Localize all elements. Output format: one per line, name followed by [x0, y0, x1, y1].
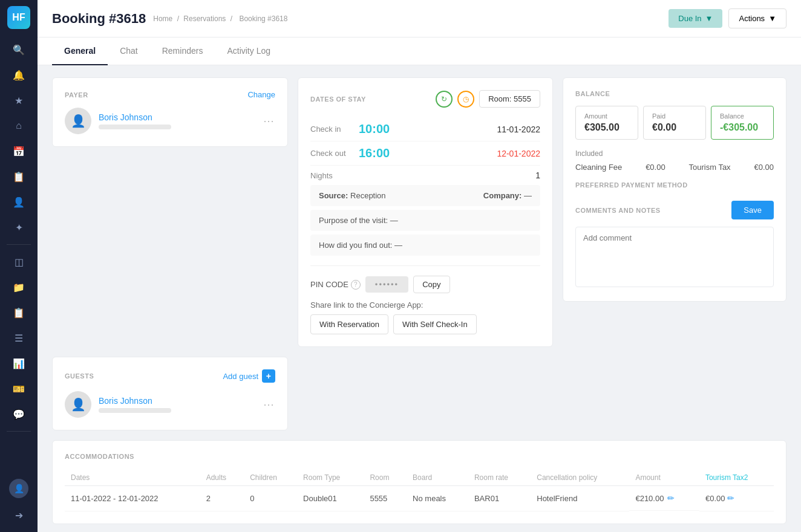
cell-dates: 11-01-2022 - 12-01-2022: [65, 486, 200, 511]
balance-section-label: BALANCE: [575, 90, 774, 97]
tab-activity-log[interactable]: Activity Log: [215, 37, 283, 65]
actions-chevron-icon: ▼: [768, 14, 776, 23]
source-row: Source: Reception Company: —: [310, 185, 540, 206]
source-val: Reception: [350, 191, 386, 200]
cell-room-rate: BAR01: [468, 486, 531, 511]
checkout-time: 16:00: [359, 146, 407, 160]
checkout-row: Check out 16:00 12-01-2022: [310, 141, 540, 166]
top-cards-row: PAYER Change 👤 Boris Johnson ⋯ DATES OF …: [52, 77, 786, 347]
checkin-date: 11-01-2022: [407, 125, 540, 134]
guest-info: Boris Johnson: [99, 396, 256, 413]
balance-grid: Amount €305.00 Paid €0.00 Balance -€305.…: [575, 106, 774, 140]
edit-amount-icon[interactable]: ✏: [667, 493, 675, 503]
cell-board: No meals: [407, 486, 468, 511]
sidebar-icon-bell[interactable]: 🔔: [8, 64, 30, 86]
tourism-tax-val: €0.00: [754, 163, 774, 172]
col-room: Room: [364, 470, 407, 486]
payer-name[interactable]: Boris Johnson: [99, 112, 256, 122]
payer-sub: [99, 125, 171, 129]
sidebar-icon-search[interactable]: 🔍: [8, 39, 30, 60]
change-payer-link[interactable]: Change: [247, 90, 275, 99]
cell-cancellation: HotelFriend: [531, 486, 629, 511]
sidebar-icon-ticket[interactable]: 🎫: [8, 378, 30, 400]
howfind-row: How did you find out: —: [310, 235, 540, 256]
save-button[interactable]: Save: [731, 201, 774, 219]
due-in-button[interactable]: Due In ▼: [669, 9, 722, 28]
col-adults: Adults: [200, 470, 244, 486]
table-row: 11-01-2022 - 12-01-2022 2 0 Double01 555…: [65, 486, 774, 511]
add-guest-link[interactable]: Add guest: [223, 372, 258, 381]
breadcrumb-home[interactable]: Home: [153, 15, 172, 23]
col-cancellation: Cancellation policy: [531, 470, 629, 486]
howfind-val: —: [394, 241, 402, 250]
accommodations-table: Dates Adults Children Room Type Room Boa…: [65, 470, 774, 511]
refresh-icon[interactable]: ↻: [436, 91, 453, 108]
share-buttons: With Reservation With Self Check-In: [310, 314, 540, 334]
history-icon[interactable]: ◷: [457, 91, 474, 108]
due-in-label: Due In: [678, 14, 701, 23]
share-label: Share link to the Concierge App:: [310, 300, 540, 310]
col-room-type: Room Type: [297, 470, 364, 486]
sidebar-icon-person[interactable]: 👤: [8, 191, 30, 213]
sidebar-icon-calendar[interactable]: 📅: [8, 140, 30, 162]
col-board: Board: [407, 470, 468, 486]
comments-header: COMMENTS AND NOTES Save: [575, 201, 774, 219]
sidebar-user-avatar[interactable]: 👤: [9, 479, 28, 498]
payer-menu-dots[interactable]: ⋯: [263, 114, 275, 128]
sidebar-icon-clipboard[interactable]: 📋: [8, 166, 30, 187]
page-title: Booking #3618: [52, 11, 146, 27]
payer-card: PAYER Change 👤 Boris Johnson ⋯: [52, 77, 288, 147]
guest-sub: [99, 408, 171, 413]
topbar: Booking #3618 Home / Reservations / Book…: [38, 0, 801, 37]
col-children: Children: [244, 470, 297, 486]
app-logo[interactable]: HF: [7, 6, 30, 29]
guest-name[interactable]: Boris Johnson: [99, 396, 256, 406]
pincode-label: PIN CODE ?: [310, 280, 361, 290]
checkin-row: Check in 10:00 11-01-2022: [310, 117, 540, 141]
sidebar-icon-list[interactable]: ☰: [8, 327, 30, 349]
col-amount: Amount: [629, 470, 699, 486]
sidebar-icon-grid[interactable]: ◫: [8, 251, 30, 273]
sidebar-icon-message[interactable]: 💬: [8, 403, 30, 425]
main-content: Booking #3618 Home / Reservations / Book…: [38, 0, 801, 532]
accommodations-card: ACCOMMODATIONS Dates Adults Children Roo…: [52, 440, 786, 524]
sidebar-icon-id[interactable]: 📋: [8, 302, 30, 323]
with-reservation-button[interactable]: With Reservation: [310, 314, 388, 334]
actions-button[interactable]: Actions ▼: [728, 8, 786, 28]
due-in-chevron-icon: ▼: [705, 14, 713, 23]
tab-reminders[interactable]: Reminders: [150, 37, 215, 65]
guest-menu-dots[interactable]: ⋯: [263, 398, 275, 411]
paid-val: €0.00: [652, 122, 697, 133]
sidebar-icon-tag[interactable]: ✦: [8, 216, 30, 238]
sidebar-icon-logout[interactable]: ➔: [8, 504, 30, 526]
tab-general[interactable]: General: [52, 37, 108, 65]
comments-section: COMMENTS AND NOTES Save: [575, 201, 774, 289]
sidebar-divider-2: [7, 431, 31, 432]
checkin-time: 10:00: [359, 122, 407, 136]
copy-pin-button[interactable]: Copy: [413, 276, 450, 293]
sidebar-icon-star[interactable]: ★: [8, 89, 30, 111]
company-val: —: [524, 191, 532, 200]
accommodations-title: ACCOMMODATIONS: [65, 453, 774, 460]
with-selfcheckin-button[interactable]: With Self Check-In: [393, 314, 477, 334]
col-tourism-tax2: Tourism Tax2: [699, 470, 774, 486]
cell-children: 0: [244, 486, 297, 511]
comment-textarea[interactable]: [575, 227, 774, 287]
edit-tax-icon[interactable]: ✏: [727, 493, 734, 503]
sidebar: HF 🔍 🔔 ★ ⌂ 📅 📋 👤 ✦ ◫ 📁 📋 ☰ 📊 🎫 💬 👤 ➔: [0, 0, 38, 532]
pin-help-icon[interactable]: ?: [351, 280, 361, 290]
tabs-bar: General Chat Reminders Activity Log: [38, 37, 801, 65]
stay-section-label: DATES OF STAY: [310, 96, 431, 103]
sidebar-icon-chart[interactable]: 📊: [8, 352, 30, 374]
breadcrumb-reservations[interactable]: Reservations: [183, 15, 226, 23]
sidebar-icon-home[interactable]: ⌂: [8, 115, 30, 137]
comments-title: COMMENTS AND NOTES: [575, 207, 661, 214]
pin-row: PIN CODE ? •••••• Copy: [310, 276, 540, 293]
add-guest-plus-icon[interactable]: +: [262, 369, 275, 383]
cell-room: 5555: [364, 486, 407, 511]
amount-cell: Amount €305.00: [575, 106, 638, 140]
tab-chat[interactable]: Chat: [108, 37, 150, 65]
company-label: Company:: [483, 191, 522, 200]
sidebar-icon-folder[interactable]: 📁: [8, 276, 30, 298]
cell-adults: 2: [200, 486, 244, 511]
